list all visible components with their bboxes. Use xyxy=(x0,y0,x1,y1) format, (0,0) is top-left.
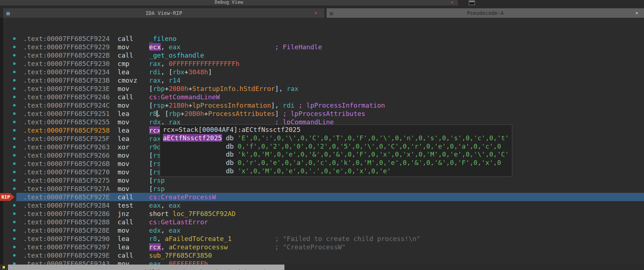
breakpoint-dot[interactable] xyxy=(13,221,16,223)
asm-line[interactable]: .text:00007FF685CF9224 call _fileno xyxy=(0,34,644,43)
breakpoint-dot[interactable] xyxy=(13,37,16,40)
asm-token: eax xyxy=(169,43,181,51)
breakpoint-dot[interactable] xyxy=(13,96,16,98)
breakpoint-dot[interactable] xyxy=(13,104,16,107)
rip-marker: RIP xyxy=(0,193,15,201)
asm-token: ] xyxy=(275,110,283,117)
breakpoint-dot[interactable] xyxy=(13,162,16,165)
asm-line[interactable]: .text:00007FF685CF924C mov [rsp+21B0h+lp… xyxy=(0,101,644,109)
asm-token: .text:00007FF685CF9255 xyxy=(23,118,110,126)
asm-token: 0,'r',0,'e',0,'a',0,'c',0,'k',0,'M',0,'e… xyxy=(238,159,501,166)
asm-line[interactable]: .text:00007FF685CF9246 call cs:GetComman… xyxy=(0,93,644,101)
asm-token: cmp xyxy=(110,60,149,67)
breakpoint-dot[interactable] xyxy=(13,54,16,57)
breakpoint-dot[interactable] xyxy=(13,212,16,215)
breakpoint-dot[interactable] xyxy=(13,129,16,132)
asm-line[interactable]: .text:00007FF685CF923B cmovz rax, r14 xyxy=(0,76,644,84)
tooltip-line: db 'x',0,'M',0,'e',0,'.',0,'e',0,'x',0,'… xyxy=(163,167,509,175)
asm-token: + xyxy=(165,101,169,109)
asm-token: 'k',0,'M',0,'e',0,'&',0,'&',0,'F',0,'x',… xyxy=(238,150,509,158)
tab-ida-view-rip-close-button[interactable]: ✕ xyxy=(314,8,317,18)
asm-token: + xyxy=(181,110,185,117)
asm-token: .text:00007FF685CF925F xyxy=(23,135,110,142)
tab-pseudocode-a-close-button[interactable]: ✕ xyxy=(635,8,638,18)
status-icon-dot xyxy=(3,266,5,269)
breakpoint-dot[interactable] xyxy=(13,246,16,248)
detached-window-icon[interactable] xyxy=(469,0,475,5)
asm-line[interactable]: .text:00007FF685CF92A3 mov eax, 0FFFFFFF… xyxy=(0,259,644,265)
breakpoint-dot[interactable] xyxy=(13,112,16,115)
tab-ida-view-rip[interactable]: ▤ IDA View-RIP ✕ xyxy=(3,8,324,18)
asm-token: + xyxy=(204,110,208,117)
asm-token: .text:00007FF685CF9266 xyxy=(23,151,110,159)
asm-line[interactable]: .text:00007FF685CF9251 lea r8, [rbp+20B0… xyxy=(0,109,644,118)
asm-token: rbp xyxy=(169,110,181,117)
asm-token: lpProcessInformation xyxy=(192,101,271,109)
asm-token: , xyxy=(157,235,165,242)
asm-line[interactable]: .text:00007FF685CF922B call _get_osfhand… xyxy=(0,51,644,59)
asm-token: .text:00007FF685CF92A3 xyxy=(23,260,110,265)
asm-token: , xyxy=(161,43,169,51)
breakpoint-dot[interactable] xyxy=(13,121,16,123)
asm-line[interactable]: .text:00007FF685CF9275 mov [rsp xyxy=(0,176,644,184)
breakpoint-dot[interactable] xyxy=(13,254,16,257)
breakpoint-dot[interactable] xyxy=(13,62,16,65)
breakpoint-dot[interactable] xyxy=(13,79,16,82)
asm-token: jnz short xyxy=(110,210,172,217)
asm-token: mov [ xyxy=(110,176,153,184)
tab-pseudocode-a[interactable]: ▤ Pseudocode-A ✕ xyxy=(327,8,644,18)
asm-token: , xyxy=(161,60,169,67)
asm-token: eax xyxy=(169,227,181,234)
window-titlebar[interactable]: Debug View ✕ xyxy=(0,0,458,5)
asm-token: , xyxy=(161,260,169,265)
asm-line[interactable]: .text:00007FF685CF9286 jnz short loc_7FF… xyxy=(0,209,644,218)
asm-token: mov [ xyxy=(110,160,153,167)
asm-line[interactable]: .text:00007FF685CF9288 call cs:GetLastEr… xyxy=(0,218,644,226)
asm-line[interactable]: .text:00007FF685CF9284 test eax, eax xyxy=(0,201,644,209)
breakpoint-dot[interactable] xyxy=(13,229,16,232)
asm-line[interactable]: .text:00007FF685CF929E call sub_7FF685CF… xyxy=(0,251,644,259)
asm-line[interactable]: .text:00007FF685CF9290 lea r8, aFailedTo… xyxy=(0,234,644,243)
asm-token: ; lpProcessAttributes xyxy=(283,110,365,117)
asm-token: mov [ xyxy=(110,185,153,192)
breakpoint-dot[interactable] xyxy=(13,137,16,140)
window-close-button[interactable]: ✕ xyxy=(451,0,454,5)
breakpoint-dot[interactable] xyxy=(13,171,16,173)
breakpoint-dot[interactable] xyxy=(13,187,16,190)
asm-line[interactable]: .text:00007FF685CF928E mov edx, eax xyxy=(0,226,644,234)
asm-token: rcx xyxy=(149,243,161,251)
breakpoint-dot[interactable] xyxy=(13,204,16,207)
asm-token: , xyxy=(161,76,169,84)
text-caret xyxy=(157,110,157,117)
status-icon xyxy=(1,265,7,270)
asm-token: aCreateprocessw xyxy=(169,243,228,251)
asm-token: mov xyxy=(110,43,149,51)
asm-token: mov xyxy=(110,118,149,126)
breakpoint-dot[interactable] xyxy=(13,146,16,148)
asm-line[interactable]: .text:00007FF685CF927A mov [rsp xyxy=(0,184,644,193)
asm-line[interactable]: .text:00007FF685CF923E mov [rbp+20B0h+St… xyxy=(0,84,644,93)
asm-line[interactable]: .text:00007FF685CF9234 lea rdi, [rbx+304… xyxy=(0,68,644,76)
asm-line[interactable]: RIP.text:00007FF685CF927E call cs:Create… xyxy=(0,193,644,201)
tooltip-line: rcx=Stack[00004AF4]:aECtfNssctf2025 xyxy=(163,126,509,134)
asm-token: r9d xyxy=(149,143,161,151)
asm-line[interactable]: .text:00007FF685CF9229 mov ecx, eax ; Fi… xyxy=(0,43,644,51)
asm-token: call xyxy=(110,93,149,101)
breakpoint-dot[interactable] xyxy=(13,46,16,48)
detached-window-icon-bar xyxy=(469,1,474,2)
asm-token: sub_7FF685CF3850 xyxy=(149,252,212,259)
asm-token: rcx=Stack[00004AF4]:aECtfNssctf2025 xyxy=(163,126,300,133)
asm-token: .text:00007FF685CF9263 xyxy=(23,143,110,151)
breakpoint-dot[interactable] xyxy=(13,237,16,240)
asm-line[interactable]: .text:00007FF685CF9297 lea rcx, aCreatep… xyxy=(0,243,644,251)
breakpoint-dot[interactable] xyxy=(13,71,16,73)
asm-line[interactable]: .text:00007FF685CF9230 cmp rax, 0FFFFFFF… xyxy=(0,59,644,68)
asm-token: mov [ xyxy=(110,101,153,109)
asm-token: rsp xyxy=(153,185,165,192)
breakpoint-dot[interactable] xyxy=(13,179,16,182)
breakpoint-dot[interactable] xyxy=(13,154,16,157)
asm-token: cs:CreateProcessW xyxy=(149,193,216,201)
breakpoint-dot[interactable] xyxy=(13,87,16,90)
asm-token: + xyxy=(165,85,169,92)
asm-token: .text:00007FF685CF9251 xyxy=(23,110,110,117)
